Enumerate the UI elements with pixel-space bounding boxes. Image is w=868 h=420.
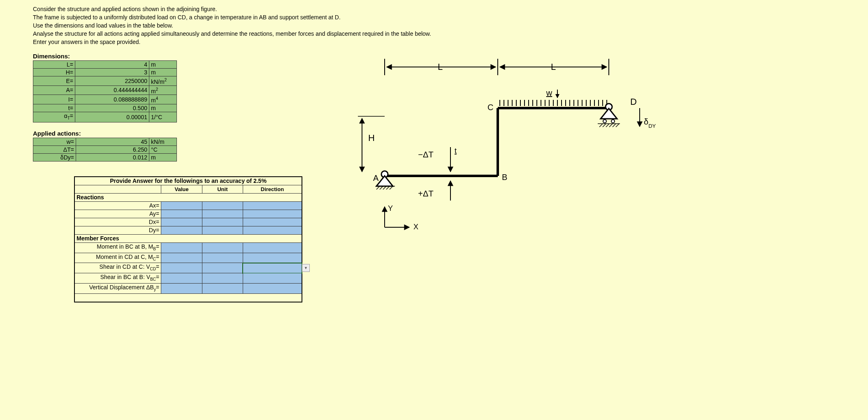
unit-input[interactable] [202, 283, 243, 293]
instr-line: Use the dimensions and load values in th… [33, 22, 835, 29]
value-input[interactable] [161, 226, 202, 234]
param-label: t= [33, 104, 75, 112]
instructions-block: Consider the structure and applied actio… [33, 6, 835, 45]
param-label: H= [33, 69, 75, 76]
svg-point-48 [611, 120, 615, 123]
ans-hdr-unit: Unit [202, 185, 243, 193]
svg-marker-46 [601, 108, 617, 119]
section-title: Reactions [74, 193, 302, 201]
answer-label: Vertical Displacement ΔBy= [74, 283, 161, 293]
table-row: ΔT=6.250°C [33, 145, 177, 153]
answer-label: Ay= [74, 210, 161, 218]
param-value: 0.500 [75, 104, 149, 112]
instr-line: Enter your answers in the space provided… [33, 39, 835, 45]
label-H: H [368, 133, 375, 143]
answer-label: Moment in CD at C, MC= [74, 253, 161, 263]
direction-input[interactable] [243, 226, 302, 234]
instr-line: Consider the structure and applied actio… [33, 6, 835, 12]
param-value: 2250000 [75, 76, 149, 86]
svg-line-53 [609, 124, 613, 127]
answer-label: Dy= [74, 226, 161, 234]
svg-line-50 [599, 124, 603, 127]
value-input[interactable] [161, 210, 202, 218]
unit-input[interactable] [202, 263, 243, 273]
value-input[interactable] [161, 242, 202, 253]
param-value: 6.250 [76, 145, 149, 153]
ans-hdr-blank [74, 185, 161, 193]
direction-input[interactable] [243, 273, 302, 284]
table-row: δDy=0.012m [33, 153, 177, 161]
ans-hdr-dir: Direction [243, 185, 302, 193]
answer-row: Shear in CD at C: VCD=▼ [74, 263, 302, 273]
param-label: A= [33, 85, 75, 95]
param-unit: 1/°C [149, 112, 176, 122]
table-row: L=4m [33, 61, 177, 69]
answer-table: Provide Answer for the followings to an … [74, 176, 302, 302]
answer-label: Dx= [74, 218, 161, 226]
direction-input[interactable]: ▼ [243, 263, 302, 273]
table-row: H=3m [33, 69, 177, 76]
answer-label: Moment in BC at B, MB= [74, 242, 161, 253]
applied-title: Applied actions: [33, 130, 302, 137]
answer-row: Shear in BC at B: VBC= [74, 273, 302, 284]
svg-marker-38 [376, 176, 393, 186]
answer-label: Ax= [74, 201, 161, 210]
applied-table: w=45kN/mΔT=6.250°CδDy=0.012m [33, 138, 177, 162]
svg-line-52 [606, 124, 609, 127]
param-unit: m [149, 61, 176, 69]
unit-input[interactable] [202, 201, 243, 210]
param-unit: m [149, 153, 177, 161]
value-input[interactable] [161, 273, 202, 284]
answer-label: Shear in BC at B: VBC= [74, 273, 161, 284]
label-dDY: δDY [644, 117, 656, 129]
table-row: E=2250000kN/m2 [33, 76, 177, 86]
unit-input[interactable] [202, 218, 243, 226]
label-C: C [487, 103, 493, 112]
unit-input[interactable] [202, 226, 243, 234]
instr-line: The frame is subjected to a uniformly di… [33, 14, 835, 21]
svg-line-55 [616, 124, 619, 127]
param-value: 0.444444444 [75, 85, 149, 95]
svg-text:w: w [546, 88, 552, 97]
value-input[interactable] [161, 253, 202, 263]
answer-row: Vertical Displacement ΔBy= [74, 283, 302, 293]
udl-w: w [500, 88, 607, 106]
direction-input[interactable] [243, 283, 302, 293]
table-row: I=0.088888889m4 [33, 95, 177, 104]
section-row: Member Forces [74, 234, 302, 242]
param-unit: m [149, 104, 176, 112]
label-D: D [630, 97, 637, 107]
dimensions-table: L=4mH=3mE=2250000kN/m2A=0.444444444m2I=0… [33, 60, 177, 122]
param-label: αT= [33, 112, 75, 122]
value-input[interactable] [161, 201, 202, 210]
direction-input[interactable] [243, 242, 302, 253]
section-title: Member Forces [74, 234, 302, 242]
answer-row: Ax= [74, 201, 302, 210]
param-unit: m4 [149, 95, 176, 104]
unit-input[interactable] [202, 273, 243, 284]
param-value: 45 [76, 138, 149, 145]
param-unit: kN/m2 [149, 76, 176, 86]
value-input[interactable] [161, 263, 202, 273]
param-label: w= [33, 138, 76, 145]
ans-hdr-value: Value [161, 185, 202, 193]
label-plus-dT: +ΔT [418, 189, 433, 198]
param-value: 4 [75, 61, 149, 69]
param-value: 3 [75, 69, 149, 76]
unit-input[interactable] [202, 253, 243, 263]
param-unit: kN/m [149, 138, 177, 145]
param-unit: m2 [149, 85, 176, 95]
answer-label: Shear in CD at C: VCD= [74, 263, 161, 273]
param-value: 0.088888889 [75, 95, 149, 104]
unit-input[interactable] [202, 242, 243, 253]
param-value: 0.012 [76, 153, 149, 161]
dropdown-icon[interactable]: ▼ [302, 264, 310, 272]
direction-input[interactable] [243, 253, 302, 263]
unit-input[interactable] [202, 210, 243, 218]
value-input[interactable] [161, 283, 202, 293]
value-input[interactable] [161, 218, 202, 226]
section-row: Reactions [74, 193, 302, 201]
direction-input[interactable] [243, 201, 302, 210]
direction-input[interactable] [243, 218, 302, 226]
direction-input[interactable] [243, 210, 302, 218]
